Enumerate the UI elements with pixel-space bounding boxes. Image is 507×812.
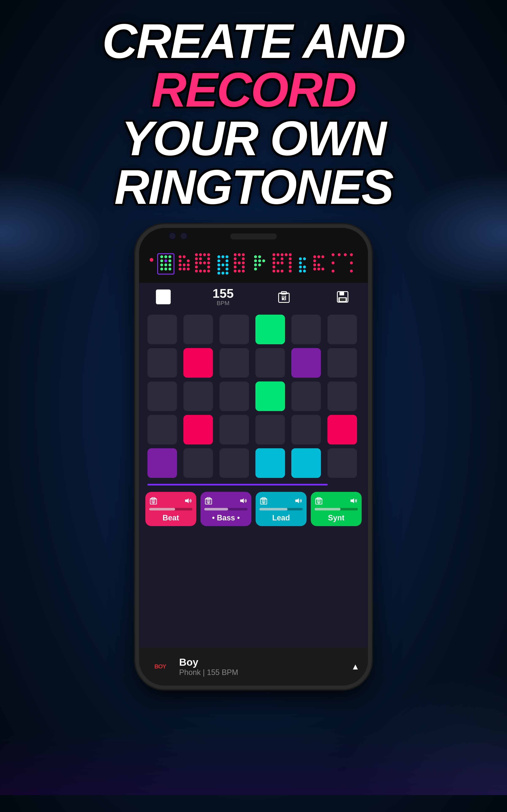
pad-23[interactable] bbox=[291, 415, 321, 445]
svg-point-100 bbox=[313, 255, 316, 258]
pad-9[interactable] bbox=[220, 348, 249, 378]
pad-25[interactable] bbox=[148, 448, 177, 478]
phone-frame: 155 BPM ✕ bbox=[135, 224, 372, 689]
pad-7[interactable] bbox=[148, 348, 177, 378]
synt-volume-icon bbox=[349, 497, 358, 505]
pad-30[interactable] bbox=[327, 448, 357, 478]
pad-24[interactable] bbox=[327, 415, 357, 445]
pad-16[interactable] bbox=[256, 382, 285, 411]
lead-slider[interactable] bbox=[260, 508, 303, 510]
svg-point-99 bbox=[303, 270, 306, 272]
channel-beat[interactable]: ✕ Beat bbox=[145, 492, 196, 526]
svg-point-69 bbox=[254, 259, 257, 262]
svg-point-22 bbox=[183, 267, 186, 270]
svg-point-71 bbox=[262, 259, 265, 262]
pad-11[interactable] bbox=[291, 348, 321, 378]
led-visualization bbox=[148, 249, 359, 279]
progress-bar-container bbox=[139, 482, 368, 488]
channel-synt[interactable]: ✕ Synt bbox=[311, 492, 362, 526]
svg-point-5 bbox=[160, 259, 163, 262]
pad-15[interactable] bbox=[220, 382, 249, 411]
svg-point-95 bbox=[299, 261, 302, 264]
svg-point-67 bbox=[254, 255, 257, 258]
save-button[interactable] bbox=[334, 289, 351, 305]
svg-point-97 bbox=[303, 266, 306, 268]
channel-bass-controls: ✕ bbox=[204, 497, 247, 505]
pad-22[interactable] bbox=[256, 415, 285, 445]
pad-13[interactable] bbox=[148, 382, 177, 411]
svg-point-38 bbox=[199, 270, 202, 272]
bass-trash-icon: ✕ bbox=[204, 497, 213, 505]
pad-3[interactable] bbox=[220, 315, 249, 344]
svg-point-89 bbox=[273, 270, 276, 272]
player-thumbnail-text: BOY bbox=[155, 663, 166, 670]
pad-19[interactable] bbox=[148, 415, 177, 445]
pad-10[interactable] bbox=[256, 348, 285, 378]
svg-point-101 bbox=[317, 255, 320, 258]
svg-point-85 bbox=[281, 261, 283, 264]
synt-label: Synt bbox=[315, 513, 358, 522]
beat-slider[interactable] bbox=[149, 508, 192, 510]
svg-point-88 bbox=[289, 266, 292, 268]
svg-point-20 bbox=[187, 263, 190, 266]
svg-point-77 bbox=[281, 253, 283, 256]
pads-grid bbox=[139, 311, 368, 482]
player-info: Boy Phonk | 155 BPM bbox=[179, 656, 345, 677]
svg-marker-151 bbox=[295, 498, 299, 503]
pad-28[interactable] bbox=[256, 448, 285, 478]
channel-bass[interactable]: ✕ • Bass • bbox=[201, 492, 251, 526]
pad-2[interactable] bbox=[183, 315, 213, 344]
city-lights bbox=[0, 732, 507, 795]
svg-point-45 bbox=[217, 263, 220, 266]
svg-point-51 bbox=[217, 272, 220, 275]
svg-point-4 bbox=[168, 255, 171, 258]
pad-21[interactable] bbox=[220, 415, 249, 445]
pad-14[interactable] bbox=[183, 382, 213, 411]
phone-speaker bbox=[230, 234, 277, 239]
svg-point-36 bbox=[207, 266, 210, 268]
stop-button[interactable] bbox=[156, 290, 171, 304]
svg-point-12 bbox=[164, 267, 167, 270]
svg-point-64 bbox=[234, 270, 237, 272]
pad-12[interactable] bbox=[327, 348, 357, 378]
pad-18[interactable] bbox=[327, 382, 357, 411]
header-line2: YOUR OWN RINGTONES bbox=[0, 114, 507, 211]
svg-point-15 bbox=[183, 255, 186, 258]
pad-17[interactable] bbox=[291, 382, 321, 411]
channel-beat-controls: ✕ bbox=[149, 497, 192, 505]
pad-6[interactable] bbox=[327, 315, 357, 344]
svg-point-79 bbox=[289, 253, 292, 256]
bottom-player[interactable]: BOY Boy Phonk | 155 BPM ▲ bbox=[139, 648, 368, 686]
pad-4[interactable] bbox=[256, 315, 285, 344]
synt-slider[interactable] bbox=[315, 508, 358, 510]
svg-point-111 bbox=[344, 253, 347, 256]
camera-dot-2 bbox=[180, 232, 187, 240]
svg-rect-125 bbox=[339, 292, 344, 295]
bass-volume-icon bbox=[239, 497, 247, 505]
beat-volume-icon bbox=[184, 497, 192, 505]
clear-button[interactable]: ✕ bbox=[276, 289, 292, 305]
svg-point-23 bbox=[187, 267, 190, 270]
svg-point-105 bbox=[317, 263, 320, 266]
pad-29[interactable] bbox=[291, 448, 321, 478]
svg-text:✕: ✕ bbox=[281, 297, 285, 302]
bass-slider[interactable] bbox=[204, 508, 247, 510]
pad-8[interactable] bbox=[183, 348, 213, 378]
svg-point-92 bbox=[289, 270, 292, 272]
svg-point-87 bbox=[273, 266, 276, 268]
svg-point-43 bbox=[226, 255, 229, 258]
pad-26[interactable] bbox=[183, 448, 213, 478]
svg-point-66 bbox=[242, 270, 245, 272]
pad-1[interactable] bbox=[148, 315, 177, 344]
svg-point-30 bbox=[207, 257, 210, 260]
progress-bar[interactable] bbox=[148, 484, 328, 486]
svg-point-60 bbox=[238, 261, 241, 264]
svg-point-83 bbox=[273, 261, 276, 264]
svg-point-9 bbox=[164, 263, 167, 266]
channel-lead[interactable]: ✕ Lead bbox=[256, 492, 306, 526]
pad-5[interactable] bbox=[291, 315, 321, 344]
pad-27[interactable] bbox=[220, 448, 249, 478]
beat-trash-icon: ✕ bbox=[149, 497, 158, 505]
pad-20[interactable] bbox=[183, 415, 213, 445]
bpm-value: 155 bbox=[213, 287, 234, 300]
